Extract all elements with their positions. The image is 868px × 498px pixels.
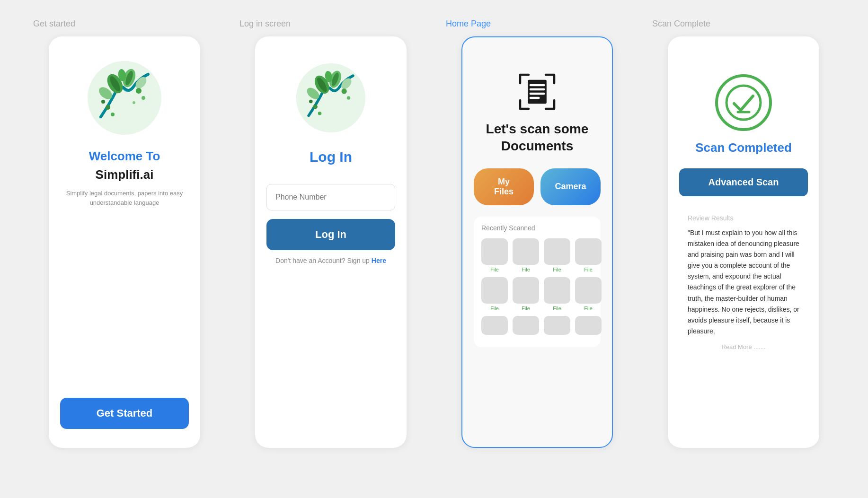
svg-rect-30 — [530, 93, 545, 95]
camera-button[interactable]: Camera — [540, 168, 601, 205]
recently-scanned-label: Recently Scanned — [481, 224, 593, 232]
file-label: File — [522, 267, 530, 272]
login-button[interactable]: Log In — [266, 219, 395, 250]
file-thumbnail — [544, 238, 570, 265]
list-item: File — [481, 277, 508, 311]
list-item: File — [575, 238, 602, 272]
file-label: File — [490, 267, 499, 272]
file-thumbnail — [575, 277, 602, 304]
svg-point-10 — [136, 88, 142, 94]
svg-point-9 — [111, 113, 115, 116]
file-label: File — [553, 306, 561, 311]
review-results-title: Review Results — [688, 214, 799, 222]
read-more-label[interactable]: Read More ....... — [688, 343, 799, 350]
home-card: Let's scan someDocuments My Files Camera… — [461, 36, 613, 448]
get-started-button[interactable]: Get Started — [60, 398, 189, 429]
list-item: File — [481, 238, 508, 272]
file-grid-row3 — [481, 316, 593, 335]
svg-rect-29 — [530, 88, 545, 91]
app-logo-get-started — [87, 60, 162, 136]
phone-number-input[interactable] — [266, 184, 395, 210]
list-item — [513, 316, 539, 335]
file-thumbnail — [481, 316, 508, 335]
svg-rect-27 — [528, 80, 547, 104]
file-grid-row2: File File File File — [481, 277, 593, 311]
welcome-to-label: Welcome To — [89, 149, 160, 164]
screen-home: Home Page Let's scan someDocuments My Fi… — [441, 19, 633, 448]
scan-document-icon — [516, 70, 558, 113]
screen-label-login: Log in screen — [235, 19, 291, 29]
svg-point-11 — [142, 96, 145, 100]
my-files-button[interactable]: My Files — [474, 168, 534, 205]
get-started-card: Welcome To Simplifi.ai Simplify legal do… — [49, 36, 200, 448]
app-name-label: Simplifi.ai — [96, 167, 154, 182]
scan-completed-label: Scan Completed — [695, 140, 792, 155]
welcome-subtitle: Simplify legal documents, papers into ea… — [60, 189, 189, 207]
list-item — [575, 316, 602, 335]
list-item: File — [544, 277, 570, 311]
list-item — [481, 316, 508, 335]
screen-login: Log in screen Log In Log In — [235, 19, 427, 448]
file-thumbnail — [575, 238, 602, 265]
file-label: File — [584, 267, 593, 272]
file-thumbnail — [481, 238, 508, 265]
file-thumbnail — [513, 277, 539, 304]
svg-point-22 — [313, 105, 318, 109]
svg-point-25 — [347, 96, 351, 100]
home-action-buttons: My Files Camera — [474, 168, 601, 205]
file-thumbnail — [481, 277, 508, 304]
review-results-text: "But I must explain to you how all this … — [688, 227, 799, 337]
svg-point-26 — [309, 100, 313, 104]
scan-complete-card: Scan Completed Advanced Scan Review Resu… — [668, 36, 819, 448]
svg-rect-31 — [530, 97, 540, 99]
recently-scanned-section: Recently Scanned File File File File Fil… — [474, 217, 601, 347]
file-thumbnail — [513, 316, 539, 335]
file-thumbnail — [575, 316, 602, 335]
list-item: File — [575, 277, 602, 311]
svg-point-12 — [101, 100, 105, 104]
svg-point-32 — [726, 86, 761, 120]
advanced-scan-button[interactable]: Advanced Scan — [679, 168, 808, 196]
home-heading: Let's scan someDocuments — [486, 121, 589, 155]
svg-point-23 — [318, 112, 322, 115]
screen-get-started: Get started — [28, 19, 221, 448]
file-label: File — [522, 306, 530, 311]
signup-link[interactable]: Here — [372, 257, 386, 264]
svg-rect-28 — [530, 84, 545, 87]
login-card: Log In Log In Don't have an Account? Sig… — [255, 36, 407, 448]
file-thumbnail — [513, 238, 539, 265]
review-results-card: Review Results "But I must explain to yo… — [679, 206, 808, 359]
svg-point-13 — [133, 101, 135, 104]
screen-label-get-started: Get started — [28, 19, 75, 29]
app-logo-login — [293, 60, 369, 136]
list-item: File — [544, 238, 570, 272]
list-item: File — [513, 277, 539, 311]
screen-scan-complete: Scan Complete Scan Completed Advanced Sc… — [647, 19, 840, 448]
file-label: File — [553, 267, 561, 272]
screen-label-scan-complete: Scan Complete — [647, 19, 710, 29]
list-item: File — [513, 238, 539, 272]
svg-point-24 — [342, 88, 347, 94]
signup-text: Don't have an Account? Sign up Here — [275, 257, 386, 264]
file-label: File — [490, 306, 499, 311]
list-item — [544, 316, 570, 335]
screen-label-home: Home Page — [441, 19, 491, 29]
login-title: Log In — [310, 149, 352, 165]
file-grid-row1: File File File File — [481, 238, 593, 272]
file-thumbnail — [544, 277, 570, 304]
file-label: File — [584, 306, 593, 311]
file-thumbnail — [544, 316, 570, 335]
svg-point-8 — [106, 105, 110, 110]
scan-complete-icon — [715, 74, 772, 131]
